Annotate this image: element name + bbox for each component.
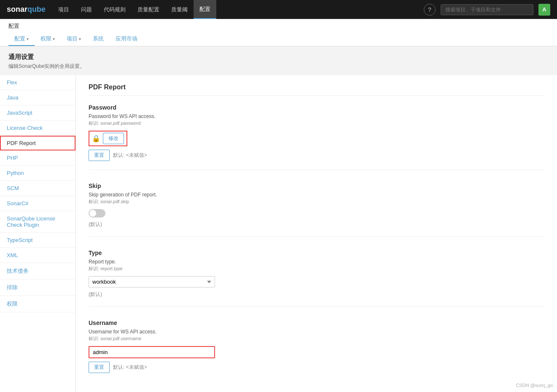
nav-item-issues[interactable]: 问题 — [75, 0, 98, 19]
page-header: 配置 配置 ▾ 权限 ▾ 项目 ▾ 系统 应用市场 — [0, 19, 557, 46]
sidebar: Flex Java JavaScript License Check PDF R… — [0, 75, 76, 392]
setting-skip-control — [89, 209, 544, 217]
settings-description: 编辑SonarQube实例的全局设置。 — [8, 63, 549, 70]
sub-nav: 配置 ▾ 权限 ▾ 项目 ▾ 系统 应用市场 — [8, 32, 549, 46]
setting-password-control: 🔒 修改 — [89, 131, 544, 146]
setting-username-desc: Username for WS API access. — [89, 329, 544, 335]
reset-password-button[interactable]: 重置 — [89, 150, 110, 161]
section-title: PDF Report — [89, 83, 544, 96]
type-default-text: (默认) — [89, 291, 544, 298]
sub-nav-permissions[interactable]: 权限 ▾ — [35, 32, 61, 46]
nav-item-projects[interactable]: 项目 — [52, 0, 75, 19]
setting-skip-block: Skip Skip generation of PDF report. 标识: … — [89, 183, 544, 237]
sidebar-item-php[interactable]: PHP — [0, 150, 75, 166]
logo-text: sonarqube — [7, 5, 46, 14]
setting-password-name: Password — [89, 104, 544, 111]
username-input[interactable] — [89, 346, 215, 358]
sidebar-item-permissions[interactable]: 权限 — [0, 296, 75, 312]
username-reset-row: 重置 默认: <未赋值> — [89, 362, 544, 373]
password-default-text: 默认: <未赋值> — [113, 152, 147, 159]
sub-nav-config[interactable]: 配置 ▾ — [8, 32, 35, 46]
chevron-down-icon: ▾ — [53, 37, 55, 41]
sidebar-item-license-check[interactable]: License Check — [0, 121, 75, 136]
lock-icon: 🔒 — [92, 134, 100, 142]
content-layout: Flex Java JavaScript License Check PDF R… — [0, 75, 557, 392]
setting-password-block: Password Password for WS API access. 标识:… — [89, 104, 544, 170]
sidebar-item-java[interactable]: Java — [0, 90, 75, 105]
setting-username-control — [89, 346, 544, 358]
setting-skip-desc: Skip generation of PDF report. — [89, 192, 544, 198]
top-nav: sonarqube 项目 问题 代码规则 质量配置 质量阈 配置 ? A — [0, 0, 557, 19]
help-icon[interactable]: ? — [424, 4, 436, 16]
skip-toggle[interactable] — [89, 209, 105, 217]
nav-right: ? A — [424, 4, 550, 16]
nav-item-rules[interactable]: 代码规则 — [98, 0, 132, 19]
sidebar-item-pdf-report[interactable]: PDF Report — [0, 136, 75, 150]
setting-type-name: Type — [89, 250, 544, 256]
sidebar-item-typescript[interactable]: TypeScript — [0, 233, 75, 248]
page-title: 配置 — [8, 22, 549, 30]
username-default-text: 默认: <未赋值> — [113, 364, 147, 371]
password-input-group: 🔒 修改 — [89, 131, 127, 146]
nav-item-config[interactable]: 配置 — [194, 0, 216, 19]
password-reset-row: 重置 默认: <未赋值> — [89, 150, 544, 161]
watermark: CSDN @sunrj_go — [516, 383, 553, 388]
main-content: PDF Report Password Password for WS API … — [76, 75, 557, 392]
sub-nav-marketplace[interactable]: 应用市场 — [110, 32, 143, 46]
sidebar-item-flex[interactable]: Flex — [0, 75, 75, 90]
chevron-down-icon: ▾ — [27, 37, 29, 41]
reset-username-button[interactable]: 重置 — [89, 362, 110, 373]
setting-type-key: 标识: report.type — [89, 266, 544, 272]
nav-item-quality-gates[interactable]: 质量阈 — [165, 0, 194, 19]
nav-item-quality-profiles[interactable]: 质量配置 — [132, 0, 165, 19]
skip-default-text: (默认) — [89, 221, 544, 228]
sidebar-item-xml[interactable]: XML — [0, 248, 75, 263]
settings-header: 通用设置 编辑SonarQube实例的全局设置。 — [0, 46, 557, 75]
sidebar-item-exclusions[interactable]: 排除 — [0, 279, 75, 296]
sidebar-item-scm[interactable]: SCM — [0, 181, 75, 196]
setting-skip-key: 标识: sonar.pdf.skip — [89, 199, 544, 205]
settings-title: 通用设置 — [8, 53, 549, 61]
setting-username-name: Username — [89, 320, 544, 326]
setting-password-desc: Password for WS API access. — [89, 113, 544, 119]
chevron-down-icon: ▾ — [79, 37, 81, 41]
search-input[interactable] — [441, 4, 533, 15]
sub-nav-system[interactable]: 系统 — [87, 32, 110, 46]
setting-skip-name: Skip — [89, 183, 544, 189]
setting-type-block: Type Report type. 标识: report.type workbo… — [89, 250, 544, 307]
sidebar-item-javascript[interactable]: JavaScript — [0, 105, 75, 121]
type-select[interactable]: workbook — [89, 276, 215, 287]
logo[interactable]: sonarqube — [7, 5, 46, 14]
sidebar-item-python[interactable]: Python — [0, 166, 75, 181]
avatar[interactable]: A — [538, 4, 550, 16]
sidebar-item-sonarqube-license[interactable]: SonarQube License Check Plugin — [0, 211, 75, 233]
sidebar-item-sonarcsharp[interactable]: SonarC# — [0, 196, 75, 211]
setting-type-control: workbook — [89, 276, 544, 287]
setting-type-desc: Report type. — [89, 259, 544, 265]
sub-nav-projects[interactable]: 项目 ▾ — [61, 32, 87, 46]
setting-username-block: Username Username for WS API access. 标识:… — [89, 320, 544, 381]
setting-password-key: 标识: sonar.pdf.password — [89, 120, 544, 126]
setting-username-key: 标识: sonar.pdf.username — [89, 336, 544, 342]
logo-accent: qube — [27, 5, 46, 13]
edit-password-button[interactable]: 修改 — [103, 133, 124, 144]
sidebar-item-tech-debt[interactable]: 技术债务 — [0, 263, 75, 279]
